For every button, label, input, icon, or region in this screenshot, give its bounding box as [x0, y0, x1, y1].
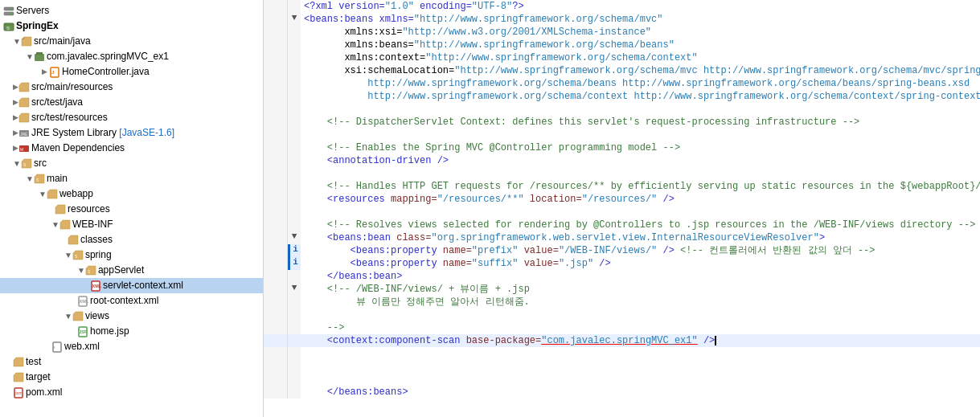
tree-item-spring[interactable]: ▼ S spring	[0, 247, 263, 263]
target-folder-icon	[13, 372, 24, 383]
tree-item-resources[interactable]: resources	[0, 202, 263, 217]
tree-item-main[interactable]: ▼ S main	[0, 171, 263, 186]
tree-item-test[interactable]: test	[0, 354, 263, 370]
server-icon	[3, 6, 14, 17]
expand-icon10: ▼	[64, 248, 72, 262]
svg-rect-7	[36, 52, 43, 55]
tree-item-pomxml[interactable]: pom pom.xml	[0, 385, 263, 400]
tree-item-webapp[interactable]: ▼ webapp	[0, 186, 263, 202]
tree-item-servers[interactable]: Servers	[0, 3, 263, 18]
code-editor[interactable]: <?xml version="1.0" encoding="UTF-8"?> ▼…	[264, 0, 980, 417]
jsp-file-icon: JSP	[77, 326, 88, 337]
tree-item-appservlet[interactable]: ▼ S appServlet	[0, 263, 263, 278]
appservlet-folder-icon: S	[85, 265, 96, 276]
code-line-3: xmlns:xsi="http://www.w3.org/2001/XMLSch…	[264, 26, 980, 39]
maven-icon: M	[18, 143, 30, 154]
main-folder-icon: S	[34, 174, 45, 185]
code-line-13: <annotation-driven />	[264, 154, 980, 167]
package-icon	[34, 51, 45, 63]
code-content: <?xml version="1.0" encoding="UTF-8"?> ▼…	[264, 0, 980, 399]
maven-label: Maven Dependencies	[31, 141, 125, 155]
tree-item-jre[interactable]: ▶ JRE JRE System Library [JavaSE-1.6]	[0, 125, 263, 141]
webapp-folder-icon	[47, 189, 58, 200]
code-line-28	[264, 347, 980, 360]
file-tree-panel: Servers S SpringEx ▼ src/main/java ▼ com…	[0, 0, 264, 417]
code-line-22: </beans:bean>	[264, 270, 980, 283]
jre-label: JRE System Library [JavaSE-1.6]	[31, 126, 174, 140]
spring-label: spring	[85, 248, 112, 262]
code-line-15: <!-- Handles HTTP GET requests for /reso…	[264, 180, 980, 193]
code-line-10: <!-- DispatcherServlet Context: defines …	[264, 116, 980, 129]
test-label: test	[26, 355, 41, 369]
tree-item-com-pkg[interactable]: ▼ com.javalec.springMVC_ex1	[0, 49, 263, 64]
expand-icon11: ▼	[77, 264, 85, 277]
spring-folder-icon: S	[72, 250, 84, 261]
expand-icon3: ▶	[13, 111, 18, 125]
expand-icon2: ▶	[13, 96, 18, 109]
springex-label: SpringEx	[16, 19, 59, 33]
svg-text:S: S	[6, 26, 10, 31]
main-label: main	[47, 172, 68, 186]
tree-item-maven[interactable]: ▶ M Maven Dependencies	[0, 141, 263, 156]
tree-item-servlet-context[interactable]: XML servlet-context.xml	[0, 278, 263, 293]
src-test-res-label: src/test/resources	[31, 111, 108, 125]
homecontroller-label: HomeController.java	[62, 65, 150, 79]
webxml-icon: x	[51, 341, 63, 353]
expand-icon9: ▼	[51, 218, 59, 231]
tree-item-src-test-java[interactable]: ▶ src/test/java	[0, 95, 263, 110]
code-line-8: http://www.springframework.org/schema/co…	[264, 90, 980, 103]
code-line-23: ▼ <!-- /WEB-INF/views/ + 뷰이름 + .jsp	[264, 283, 980, 296]
views-label: views	[85, 309, 109, 323]
webxml-label: web.xml	[64, 340, 100, 354]
expand-icon6: ▼	[13, 157, 21, 170]
svg-text:J: J	[51, 70, 54, 75]
code-line-14	[264, 167, 980, 180]
xml-file-icon: XML	[90, 280, 101, 292]
code-line-16: <resources mapping="/resources/**" locat…	[264, 193, 980, 206]
src-test-java-label: src/test/java	[31, 96, 83, 109]
expand-icon: ▶	[13, 80, 18, 94]
code-line-12: <!-- Enables the Spring MVC @Controller …	[264, 141, 980, 154]
src-label: src	[34, 157, 47, 170]
jre-icon: JRE	[18, 128, 30, 139]
test-res-folder-icon	[18, 112, 30, 124]
tree-item-springex[interactable]: S SpringEx	[0, 18, 263, 34]
tree-item-root-context[interactable]: XML root-context.xml	[0, 293, 263, 309]
resources-folder-icon	[55, 204, 66, 215]
src-icon: S	[21, 158, 32, 170]
root-context-label: root-context.xml	[90, 294, 158, 308]
svg-point-2	[11, 8, 13, 10]
code-line-18: <!-- Resolves views selected for renderi…	[264, 219, 980, 231]
expand-arrow-icon: ▶	[42, 65, 47, 79]
src-folder-icon	[21, 36, 32, 47]
servers-label: Servers	[16, 4, 49, 18]
tree-item-src-main-java[interactable]: ▼ src/main/java	[0, 34, 263, 49]
tree-item-src-main-res[interactable]: ▶ src/main/resources	[0, 80, 263, 95]
tree-item-homejsp[interactable]: JSP home.jsp	[0, 324, 263, 339]
expand-icon8: ▼	[39, 187, 47, 201]
code-line-30	[264, 373, 980, 386]
tree-item-src-test-res[interactable]: ▶ src/test/resources	[0, 110, 263, 125]
target-label: target	[26, 370, 51, 384]
tree-item-target[interactable]: target	[0, 370, 263, 385]
tree-item-webinf[interactable]: ▼ WEB-INF	[0, 217, 263, 232]
tree-item-src[interactable]: ▼ S src	[0, 156, 263, 171]
expand-icon12: ▼	[64, 309, 72, 323]
classes-folder-icon	[68, 235, 79, 246]
project-icon: S	[3, 21, 14, 32]
appservlet-label: appServlet	[98, 264, 144, 277]
tree-item-homecontroller[interactable]: ▶ J HomeController.java	[0, 64, 263, 80]
com-pkg-label: com.javalec.springMVC_ex1	[47, 50, 169, 63]
pomxml-icon: pom	[13, 387, 24, 399]
code-line-19: ▼ <beans:bean class="org.springframework…	[264, 231, 980, 244]
code-line-27: <context:component-scan base-package="co…	[264, 334, 980, 347]
svg-rect-6	[35, 54, 44, 61]
code-line-17	[264, 206, 980, 219]
code-line-5: xmlns:context="http://www.springframewor…	[264, 51, 980, 64]
tree-item-views[interactable]: ▼ views	[0, 309, 263, 324]
code-line-7: http://www.springframework.org/schema/be…	[264, 77, 980, 90]
code-line-11	[264, 129, 980, 141]
tree-item-classes[interactable]: classes	[0, 232, 263, 247]
code-line-31: </beans:beans>	[264, 386, 980, 399]
tree-item-webxml[interactable]: x web.xml	[0, 339, 263, 354]
